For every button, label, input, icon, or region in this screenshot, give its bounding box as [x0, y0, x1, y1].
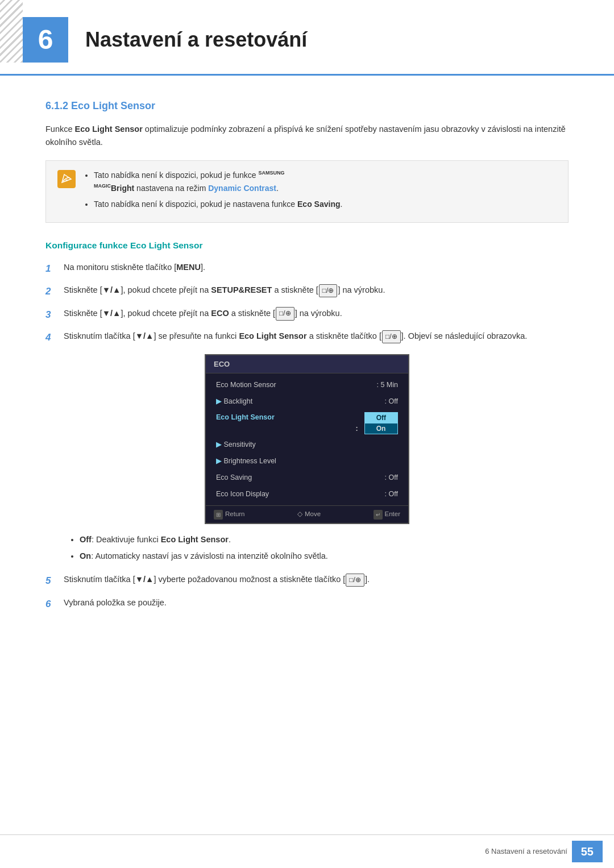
svg-point-1: [65, 179, 68, 181]
footer-page-number: 55: [572, 841, 603, 862]
menu-item-eco-icon-display: Eco Icon Display : Off: [206, 486, 408, 502]
menu-item-sensitivity: ▶ Sensitivity: [206, 437, 408, 453]
eco-icon-display-label: Eco Icon Display: [216, 489, 269, 500]
step-text-6: Vybraná položka se použije.: [64, 596, 167, 609]
step-5: 5 Stisknutím tlačítka [▼/▲] vyberte poža…: [45, 573, 569, 588]
section-heading: 6.1.2 Eco Light Sensor: [45, 98, 569, 114]
return-label: Return: [225, 509, 245, 519]
eco-icon-display-value: : Off: [385, 489, 398, 500]
menu-item-brightness-level: ▶ Brightness Level: [206, 453, 408, 470]
step-2: 2 Stiskněte [▼/▲], pokud chcete přejít n…: [45, 284, 569, 299]
step-4: 4 Stisknutím tlačítka [▼/▲] se přesuňte …: [45, 330, 569, 345]
stripe-decoration: [0, 0, 23, 63]
step-6: 6 Vybraná položka se použije.: [45, 596, 569, 612]
menu-item-eco-saving: Eco Saving : Off: [206, 470, 408, 486]
step-text-4: Stisknutím tlačítka [▼/▲] se přesuňte na…: [64, 330, 527, 343]
enter-icon: ↵: [374, 510, 383, 520]
main-content: 6.1.2 Eco Light Sensor Funkce Eco Light …: [0, 98, 614, 657]
footer-enter: ↵ Enter: [374, 509, 401, 519]
subsection-heading: Konfigurace funkce Eco Light Sensor: [45, 239, 569, 252]
move-label: Move: [305, 509, 321, 519]
footer-return: ⊞ Return: [214, 509, 245, 519]
step-text-3: Stiskněte [▼/▲], pokud chcete přejít na …: [64, 307, 342, 321]
step-num-4: 4: [45, 330, 59, 345]
step-num-1: 1: [45, 261, 59, 276]
eco-motion-label: Eco Motion Sensor: [216, 380, 276, 391]
menu-item-backlight: ▶ Backlight : Off: [206, 393, 408, 410]
chapter-title: Nastavení a resetování: [85, 24, 307, 55]
backlight-label: ▶ Backlight: [216, 396, 252, 407]
footer-text: 6 Nastavení a resetování: [485, 846, 567, 857]
result-off: Off: Deaktivuje funkci Eco Light Sensor.: [80, 533, 569, 546]
eco-saving-label: Eco Saving: [216, 472, 252, 483]
brightness-level-label: ▶ Brightness Level: [216, 456, 276, 467]
chapter-header: 6 Nastavení a resetování: [0, 0, 614, 76]
eco-motion-value: : 5 Min: [376, 380, 398, 391]
step-3: 3 Stiskněte [▼/▲], pokud chcete přejít n…: [45, 307, 569, 322]
menu-footer: ⊞ Return ◇ Move ↵ Enter: [206, 505, 408, 522]
eco-saving-value: : Off: [385, 472, 398, 483]
menu-item-eco-motion: Eco Motion Sensor : 5 Min: [206, 377, 408, 393]
steps-list: 1 Na monitoru stiskněte tlačítko [MENU].…: [45, 261, 569, 611]
return-icon: ⊞: [214, 510, 223, 520]
result-bullets: Off: Deaktivuje funkci Eco Light Sensor.…: [45, 533, 569, 563]
description-text: Funkce Eco Light Sensor optimalizuje pod…: [45, 123, 569, 149]
sensitivity-label: ▶ Sensitivity: [216, 439, 256, 450]
menu-items-list: Eco Motion Sensor : 5 Min ▶ Backlight : …: [206, 373, 408, 505]
step-1: 1 Na monitoru stiskněte tlačítko [MENU].: [45, 261, 569, 276]
page-footer: 6 Nastavení a resetování 55: [0, 834, 614, 868]
note-box: Tato nabídka není k dispozici, pokud je …: [45, 160, 569, 222]
enter-label: Enter: [385, 509, 401, 519]
step-text-1: Na monitoru stiskněte tlačítko [MENU].: [64, 261, 205, 274]
menu-item-eco-light-sensor: Eco Light Sensor : Off On: [206, 410, 408, 437]
footer-move: ◇ Move: [297, 509, 321, 519]
step-text-2: Stiskněte [▼/▲], pokud chcete přejít na …: [64, 284, 385, 297]
step-text-5: Stisknutím tlačítka [▼/▲] vyberte požado…: [64, 573, 370, 587]
backlight-value: : Off: [385, 396, 398, 407]
menu-mockup: ECO Eco Motion Sensor : 5 Min ▶ Backligh…: [205, 354, 409, 524]
step-num-5: 5: [45, 574, 59, 588]
note-icon: [57, 170, 76, 188]
step-num-2: 2: [45, 284, 59, 299]
step-num-6: 6: [45, 597, 59, 612]
result-on: On: Automaticky nastaví jas v závislosti…: [80, 550, 569, 563]
menu-title: ECO: [206, 355, 408, 374]
eco-light-dropdown: : Off On: [356, 412, 398, 435]
note-content: Tato nabídka není k dispozici, pokud je …: [84, 169, 342, 214]
step-num-3: 3: [45, 308, 59, 322]
move-icon: ◇: [297, 509, 302, 519]
chapter-number: 6: [23, 17, 68, 63]
eco-light-sensor-label: Eco Light Sensor: [216, 412, 356, 423]
